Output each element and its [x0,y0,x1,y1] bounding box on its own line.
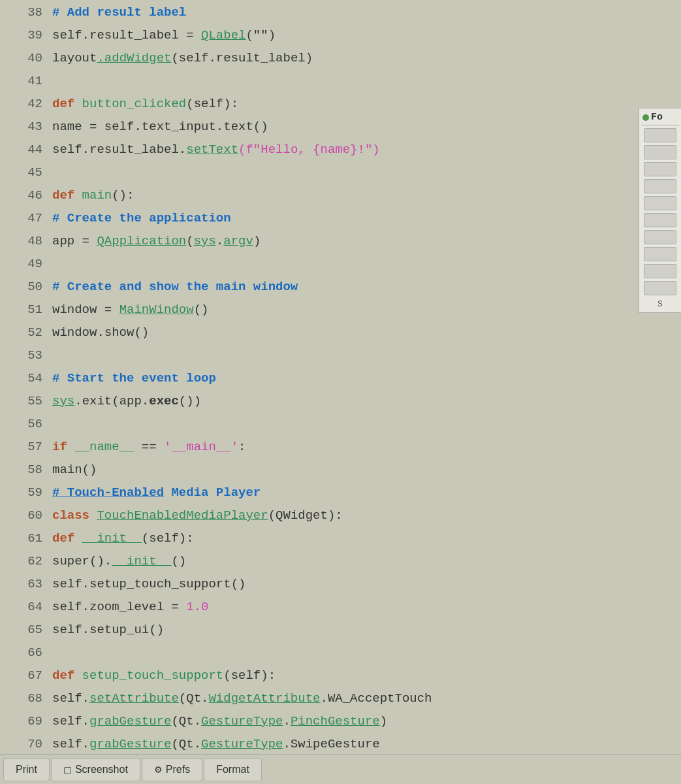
token-args: ("") [245,28,276,42]
format-btn-8[interactable] [644,247,676,261]
token-text: name = self.text_input.text() [52,120,268,134]
token-text: self. [52,691,89,706]
line-number: 57 [0,436,42,459]
token-attr2: PinchGesture [291,714,380,728]
line-number: 48 [0,230,42,253]
format-panel-label: Fo [651,112,663,123]
code-editor: 3839404142434445464748495051525354555657… [0,0,681,754]
token-text2: (Qt. [179,691,209,706]
prefs-button[interactable]: ⚙ Prefs [142,758,202,781]
line-number: 61 [0,527,42,550]
line-number: 70 [0,733,42,754]
code-line: super().__init__() [49,550,681,573]
token-str: (f"Hello, {name}!") [238,142,380,157]
screenshot-button[interactable]: ▢ Screenshot [51,758,140,781]
format-btn-6[interactable] [644,213,676,227]
token-self: self.result_label. [52,142,186,157]
code-line: class TouchEnabledMediaPlayer(QWidget): [49,504,681,527]
prefs-label: Prefs [166,764,190,776]
format-label: Format [216,764,249,776]
token-comment-ul: # Touch-Enabled [52,485,164,500]
token-text2: (Qt. [171,737,201,751]
token-dot: . [74,394,82,408]
token-argv: argv [223,234,253,248]
code-line: self.result_label.setText(f"Hello, {name… [49,139,681,161]
format-btn-10[interactable] [644,281,676,295]
token-dot: .result_label = [82,28,201,42]
token-text: app = [52,234,97,248]
print-button[interactable]: Print [3,758,50,781]
line-number: 40 [0,47,42,70]
code-line: def setup_touch_support(self): [49,664,681,687]
line-number: 43 [0,116,42,139]
format-btn-1[interactable] [644,128,676,142]
line-number: 42 [0,93,42,116]
line-number: 67 [0,664,42,687]
line-number: 69 [0,710,42,733]
code-line: # Start the event loop [49,367,681,390]
format-button[interactable]: Format [204,758,262,781]
format-btn-4[interactable] [644,179,676,193]
format-btn-3[interactable] [644,162,676,176]
code-content[interactable]: # Add result label self.result_label = Q… [49,0,681,754]
prefs-icon: ⚙ [154,764,163,775]
code-line: def __init__(self): [49,527,681,550]
line-number: 68 [0,687,42,710]
line-number: 39 [0,24,42,47]
token-text: main() [52,463,97,477]
line-number: 55 [0,390,42,413]
code-line: layout.addWidget(self.result_label) [49,47,681,70]
line-number: 54 [0,367,42,390]
token-attr: GestureType [201,737,283,751]
line-number: 38 [0,1,42,24]
code-line: # Add result label [49,1,681,24]
token-num: 1.0 [186,600,208,614]
token-sys: sys [194,234,216,248]
line-number: 63 [0,573,42,596]
token-dot: .SwipeGesture [283,737,379,751]
line-number: 53 [0,344,42,367]
format-btn-2[interactable] [644,145,676,159]
token-close: ()) [179,394,201,408]
code-line: self.zoom_level = 1.0 [49,596,681,619]
bottom-toolbar: Print ▢ Screenshot ⚙ Prefs Format [0,754,681,784]
code-line [49,642,681,664]
code-line: if __name__ == '__main__': [49,436,681,459]
line-number: 58 [0,459,42,482]
code-line [49,253,681,276]
format-dot [642,114,649,121]
format-btn-7[interactable] [644,230,676,244]
token-fn: setup_touch_support [82,668,224,683]
line-number: 60 [0,504,42,527]
token-kw: def [52,97,82,111]
token-fn: __init__ [82,531,142,546]
line-number: 59 [0,482,42,504]
token-text: window.show() [52,325,149,340]
token-args: ( [186,234,193,248]
token-sys: sys [52,394,74,408]
token-text: self. [52,737,89,751]
print-label: Print [16,764,37,776]
code-line: # Touch-Enabled Media Player [49,482,681,504]
token-kw: if [52,440,74,454]
code-line: # Create the application [49,207,681,230]
line-number: 52 [0,321,42,344]
format-btn-9[interactable] [644,264,676,278]
token-fn: MainWindow [119,302,194,317]
token-args: (self): [223,668,276,683]
token-args: (self): [142,531,194,546]
token-kw: def [52,668,82,683]
token-args: (QWidget): [268,508,343,523]
screenshot-icon: ▢ [63,764,72,775]
code-line [49,70,681,93]
code-line [49,344,681,367]
token-self: self [52,28,82,42]
token-close: ) [380,714,387,728]
token-attr: WidgetAttribute [208,691,320,706]
line-number: 45 [0,161,42,184]
token-fn: QLabel [201,28,245,42]
token-args: (self): [186,97,238,111]
token-colon: : [238,440,245,454]
format-btn-5[interactable] [644,196,676,210]
token-text2: (Qt. [171,714,201,728]
